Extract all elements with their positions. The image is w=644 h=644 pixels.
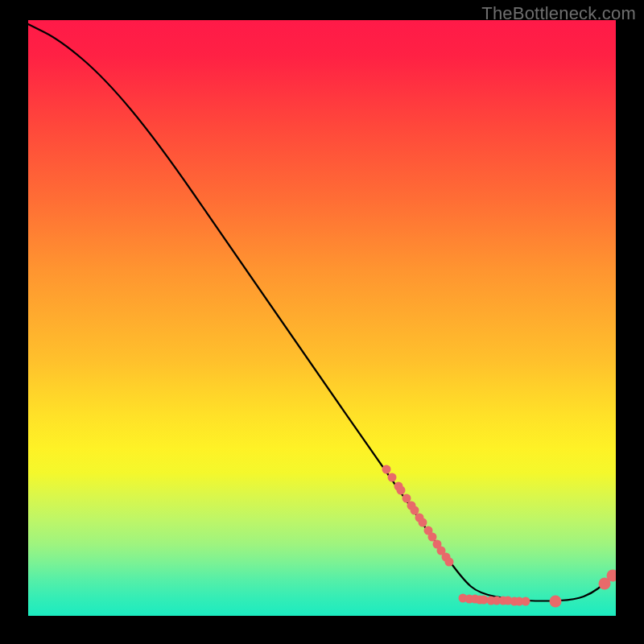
data-point bbox=[419, 518, 427, 527]
data-point bbox=[402, 494, 411, 503]
data-point bbox=[445, 558, 454, 567]
plot-area bbox=[28, 20, 616, 616]
chart-stage: TheBottleneck.com bbox=[0, 0, 644, 644]
data-points-group bbox=[382, 465, 617, 608]
data-point bbox=[522, 597, 530, 606]
data-point bbox=[411, 506, 419, 515]
bottleneck-curve bbox=[28, 24, 616, 601]
watermark-label: TheBottleneck.com bbox=[481, 3, 636, 24]
data-point bbox=[397, 486, 406, 495]
data-point bbox=[382, 465, 391, 474]
data-point bbox=[550, 596, 562, 608]
data-point bbox=[388, 473, 397, 482]
chart-svg bbox=[28, 20, 616, 616]
data-point bbox=[428, 533, 437, 542]
